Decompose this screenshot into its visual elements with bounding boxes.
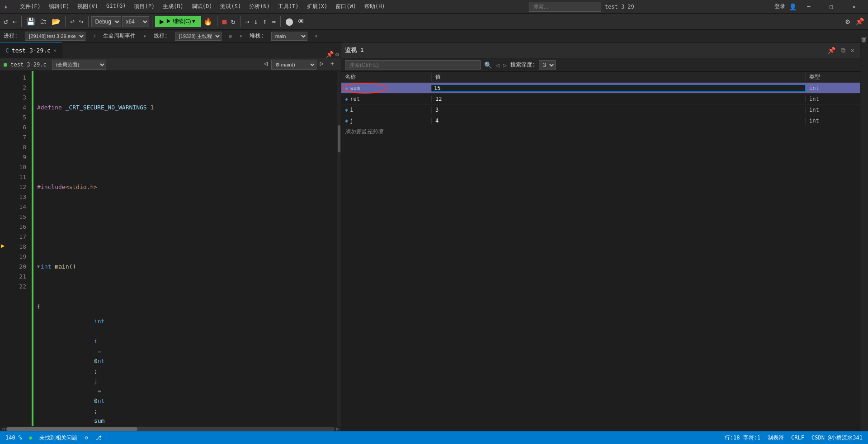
toolbar-redo-icon[interactable]: ↪ [77, 15, 85, 28]
menu-git[interactable]: Git(G) [103, 2, 129, 11]
function-select[interactable]: ⚙ main() [271, 60, 316, 70]
menu-analyze[interactable]: 分析(N) [245, 2, 274, 11]
menu-project[interactable]: 项目(P) [130, 2, 158, 11]
monitor-table-header: 名称 值 类型 [341, 72, 860, 83]
menu-debug[interactable]: 调试(D) [188, 2, 216, 11]
toolbar-breakpoint-icon[interactable]: ⬤ [283, 15, 295, 28]
editor-filename-label: test 3-29.c [10, 61, 46, 68]
lifecycle-events-icon[interactable]: ⚡ [93, 33, 96, 39]
user-icon[interactable]: 👤 [789, 3, 797, 10]
toolbar-save-icon[interactable]: 💾 [24, 15, 37, 28]
tab-file-icon: C [5, 47, 9, 54]
vert-text-1[interactable]: 工具箱 [861, 43, 868, 50]
menu-view[interactable]: 视图(V) [74, 2, 102, 11]
line9-sum: sum [94, 417, 104, 424]
h-scroll-right-arrow[interactable]: ▷ [336, 426, 339, 431]
process-label: 进程: [4, 32, 18, 40]
monitor-close-btn[interactable]: ✕ [849, 47, 856, 54]
menu-extensions[interactable]: 扩展(X) [303, 2, 331, 11]
editor-pin-icon[interactable]: 📌 [326, 51, 334, 58]
row-sum-value[interactable]: 15 [432, 85, 806, 92]
editor-h-scrollbar[interactable]: ◁ ▷ [0, 426, 341, 431]
h-scroll-left-arrow[interactable]: ◁ [2, 426, 5, 431]
toolbar-step-over[interactable]: → [243, 15, 251, 28]
menu-file[interactable]: 文件(F) [16, 2, 44, 11]
line5-int: int [41, 262, 51, 272]
code-content[interactable]: #define _CRT_SECURE_NO_WARNINGS 1 #inclu… [33, 71, 337, 426]
lifecycle-dropdown-icon[interactable]: ▾ [143, 33, 146, 39]
toolbar-refresh-icon[interactable]: ↺ [2, 15, 10, 28]
editor-expand-left-icon[interactable]: ◁ [262, 60, 269, 70]
toolbar-watch-icon[interactable]: 👁 [296, 15, 307, 28]
minimize-button[interactable]: ─ [798, 0, 819, 14]
close-button[interactable]: ✕ [844, 0, 864, 14]
monitor-float-btn[interactable]: ⧉ [839, 47, 847, 54]
monitor-row-i[interactable]: ◈ i 3 int [341, 104, 860, 115]
monitor-search-input[interactable] [345, 60, 481, 70]
tab-close-btn[interactable]: ✕ [53, 47, 57, 53]
monitor-wrapper: 监视 1 📌 ⧉ ✕ 🔍 ◁ ▷ 搜索深度: 3 [341, 43, 868, 431]
title-search-input[interactable] [529, 2, 601, 12]
search-forward-icon[interactable]: ▷ [503, 61, 506, 69]
monitor-row-j[interactable]: ◈ j 4 int [341, 115, 860, 126]
settings-icon[interactable]: ⚙ [85, 435, 88, 441]
editor-settings-icon[interactable]: ⚙ [335, 51, 339, 58]
editor-scroll-thumb[interactable] [338, 125, 340, 152]
toolbar-right-2[interactable]: 📌 [854, 15, 866, 28]
toolbar-step-out[interactable]: ↑ [261, 15, 269, 28]
row-sum-type: int [806, 85, 860, 91]
arch-select[interactable]: x64 [122, 16, 149, 27]
h-scroll-track[interactable] [6, 427, 335, 431]
collapse-5[interactable]: ▼ [37, 262, 40, 272]
row-i-type: int [806, 107, 860, 113]
tab-test329[interactable]: C test 3-29.c ✕ [0, 42, 62, 58]
menu-window[interactable]: 窗口(W) [332, 2, 360, 11]
toolbar-save-all-icon[interactable]: 🗂 [38, 15, 49, 28]
menu-edit[interactable]: 编辑(E) [45, 2, 73, 11]
stack-select[interactable]: main [271, 32, 307, 41]
editor-expand-right-icon[interactable]: ▷ [318, 60, 326, 70]
continue-button[interactable]: ▶ ▶ 继续(C)▼ [155, 16, 201, 27]
menu-test[interactable]: 测试(S) [217, 2, 245, 11]
user-login[interactable]: 登录 [774, 3, 785, 10]
scope-select[interactable]: (全局范围) [52, 60, 106, 70]
menu-tools[interactable]: 工具(T) [274, 2, 302, 11]
maximize-button[interactable]: □ [821, 0, 842, 14]
toolbar-undo-icon[interactable]: ↩ [68, 15, 76, 28]
editor-add-icon[interactable]: ＋ [327, 60, 337, 70]
h-scroll-thumb[interactable] [6, 427, 137, 431]
toolbar-record-icon[interactable]: ■ [220, 15, 228, 28]
row-j-type: int [806, 118, 860, 124]
menu-build[interactable]: 生成(B) [159, 2, 187, 11]
toolbar-right-1[interactable]: ⚙ [844, 15, 852, 28]
encoding-label: 制表符 [768, 434, 784, 442]
toolbar-back-icon[interactable]: ← [11, 15, 19, 28]
line-num-20: 20 [9, 262, 26, 272]
toolbar-open-icon[interactable]: 📂 [50, 15, 62, 28]
monitor-pin-btn[interactable]: 📌 [826, 47, 837, 54]
depth-select[interactable]: 3 [539, 60, 556, 70]
thread-dropdown-icon[interactable]: ▾ [239, 33, 242, 39]
line-num-16: 16 [9, 222, 26, 232]
monitor-row-ret[interactable]: ◈ ret 12 int [341, 94, 860, 104]
line5-main: main [55, 262, 69, 272]
monitor-panel: 监视 1 📌 ⧉ ✕ 🔍 ◁ ▷ 搜索深度: 3 [341, 43, 860, 431]
debug-config-select[interactable]: Debug [91, 16, 121, 27]
stack-dropdown-icon[interactable]: ▾ [315, 33, 318, 39]
thread-select[interactable]: [19328] 主线程 [175, 32, 222, 41]
status-icon: ● [29, 435, 32, 441]
search-icon[interactable]: 🔍 [484, 61, 492, 69]
branch-icon: ⎇ [95, 435, 102, 441]
col-header-type: 类型 [806, 73, 860, 81]
toolbar-restart-icon[interactable]: ↻ [229, 15, 237, 28]
thread-settings-icon[interactable]: ⚙ [229, 33, 232, 39]
toolbar-flame-icon[interactable]: 🔥 [202, 15, 214, 28]
process-select[interactable]: [29148] test 3-29.exe [25, 32, 85, 41]
add-watch-item[interactable]: 添加要监视的项 [341, 126, 860, 137]
toolbar-step-into[interactable]: ↓ [252, 15, 260, 28]
monitor-row-sum[interactable]: ◈ sum 15 int [341, 83, 860, 94]
search-back-icon[interactable]: ◁ [495, 61, 499, 69]
menu-help[interactable]: 帮助(H) [361, 2, 389, 11]
editor-scrollbar[interactable] [337, 71, 341, 426]
toolbar-run-to-cursor[interactable]: ⇒ [270, 15, 278, 28]
